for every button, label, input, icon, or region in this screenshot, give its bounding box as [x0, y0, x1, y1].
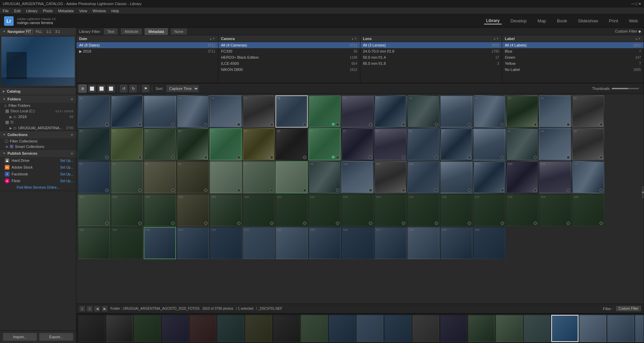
- label-blue-item[interactable]: Blue 7: [502, 48, 644, 54]
- menu-library[interactable]: Library: [26, 9, 38, 13]
- custom-filter-badge[interactable]: Custom Filter: [616, 306, 641, 311]
- catalog-header[interactable]: ▶ Catalog: [0, 88, 76, 95]
- photo-77[interactable]: 77: [440, 95, 472, 128]
- filter-tab-text[interactable]: Text: [104, 28, 118, 35]
- photo-72[interactable]: 72: [275, 95, 308, 128]
- filter-tab-metadata[interactable]: Metadata: [145, 28, 168, 35]
- filmstrip-thumb-20[interactable]: [607, 315, 634, 342]
- nav-develop[interactable]: Develop: [508, 18, 529, 24]
- publish-add-btn[interactable]: +: [71, 151, 73, 156]
- photo-r2-14[interactable]: 92: [506, 128, 538, 160]
- date-sort-arrows[interactable]: ▲▼: [209, 37, 215, 40]
- smart-collections-item[interactable]: ▶ Smart Collections: [0, 144, 76, 149]
- lens-50-item[interactable]: 50.0 mm f/1.4 17: [360, 54, 502, 60]
- photo-81[interactable]: 81: [572, 95, 604, 128]
- export-button[interactable]: Export...: [39, 333, 73, 341]
- camera-nikon-item[interactable]: NIKON D800 1810: [218, 66, 360, 73]
- filmstrip-thumb-17[interactable]: [523, 315, 551, 342]
- photo-r5-8[interactable]: 125: [308, 227, 341, 259]
- menu-photo[interactable]: Photo: [43, 9, 53, 13]
- photo-r2-3[interactable]: 81: [144, 128, 176, 160]
- filmstrip[interactable]: [76, 313, 644, 343]
- label-green-item[interactable]: Green 147: [502, 54, 644, 60]
- nav-print[interactable]: Print: [607, 18, 620, 24]
- filter-collections-item[interactable]: Filter Collections: [0, 138, 76, 144]
- right-panel-collapse-btn[interactable]: ◀: [641, 186, 644, 199]
- photo-r2-6[interactable]: 84: [243, 128, 275, 160]
- nav-book[interactable]: Book: [555, 18, 569, 24]
- photo-r5-12[interactable]: 129: [440, 227, 472, 259]
- filmstrip-thumb-13[interactable]: [412, 315, 439, 342]
- disco-local-item[interactable]: Disco Local (C:) 43.8 / 256GB: [0, 108, 76, 114]
- sort-select[interactable]: Capture Time File Name Rating: [166, 85, 199, 92]
- menu-help[interactable]: Help: [111, 9, 119, 13]
- hard-drive-publish[interactable]: 💾 Hard Drive Set Up...: [0, 157, 76, 164]
- photo-r4-6[interactable]: 110: [243, 194, 275, 226]
- filmstrip-thumb-10[interactable]: [328, 315, 356, 342]
- photo-r4-4[interactable]: 108: [177, 194, 209, 226]
- filmstrip-thumb-19[interactable]: [579, 315, 606, 342]
- photo-r2-7[interactable]: 85: [275, 128, 308, 160]
- photo-74[interactable]: 74: [341, 95, 374, 128]
- label-yellow-item[interactable]: Yellow 7: [502, 60, 644, 66]
- photo-r4-14[interactable]: 118: [506, 194, 538, 226]
- photo-r4-11[interactable]: 115: [407, 194, 440, 226]
- photo-r5-9[interactable]: 126: [341, 227, 374, 259]
- filmstrip-thumb-8[interactable]: [273, 315, 300, 342]
- photo-71[interactable]: 71: [243, 95, 275, 128]
- import-button[interactable]: Import...: [3, 333, 37, 341]
- date-all-item[interactable]: All (8 Dates) 3711: [76, 42, 218, 48]
- rotate-ccw-btn[interactable]: ↺: [120, 84, 128, 93]
- menu-edit[interactable]: Edit: [14, 9, 21, 13]
- collections-add-btn[interactable]: +: [71, 132, 73, 137]
- survey-view-btn[interactable]: ⬜: [107, 84, 115, 93]
- photo-r2-1[interactable]: 79: [78, 128, 110, 160]
- photo-r2-10[interactable]: 88: [374, 128, 407, 160]
- photo-r3-16[interactable]: 107: [572, 161, 604, 193]
- grid-container[interactable]: 66 67 68 69 70 71 72 73 74 75 76 77: [76, 94, 644, 304]
- photo-r3-5[interactable]: 96: [210, 161, 242, 193]
- photo-r5-5[interactable]: 122: [210, 227, 242, 259]
- photo-r4-5[interactable]: 109: [210, 194, 242, 226]
- facebook-publish[interactable]: f Facebook Set Up...: [0, 171, 76, 177]
- photo-r3-10[interactable]: 101: [374, 161, 407, 193]
- camera-sort-arrows[interactable]: ▲▼: [351, 37, 357, 40]
- filmstrip-thumb-7[interactable]: [245, 315, 272, 342]
- photo-r5-11[interactable]: 128: [407, 227, 440, 259]
- photo-r4-13[interactable]: 117: [473, 194, 505, 226]
- filmstrip-thumb-9[interactable]: [301, 315, 328, 342]
- photo-r3-4[interactable]: 95: [177, 161, 209, 193]
- custom-filter-label[interactable]: Custom Filter ◆: [615, 29, 641, 34]
- folders-header[interactable]: ▼ Folders +: [0, 95, 76, 103]
- photo-68[interactable]: 68: [144, 95, 176, 128]
- photo-75[interactable]: 75: [374, 95, 407, 128]
- photo-r5-4[interactable]: 121: [177, 227, 209, 259]
- photo-r4-3[interactable]: 107: [144, 194, 176, 226]
- camera-ilce-item[interactable]: ILCE-6500 664: [218, 60, 360, 66]
- collections-header[interactable]: ▼ Collections +: [0, 131, 76, 138]
- photo-69[interactable]: 69: [177, 95, 209, 128]
- photo-r4-16[interactable]: 120: [572, 194, 604, 226]
- zoom-fill[interactable]: FILL: [35, 30, 43, 34]
- nav-page-2[interactable]: 2: [87, 306, 93, 312]
- photo-80[interactable]: 80: [539, 95, 571, 128]
- filmstrip-thumb-14[interactable]: [440, 315, 467, 342]
- photo-r5-1[interactable]: 118: [78, 227, 110, 259]
- photo-r3-11[interactable]: 102: [407, 161, 440, 193]
- nav-prev[interactable]: ◀: [94, 306, 100, 312]
- date-2018-item[interactable]: ▶ 2018 3711: [76, 48, 218, 54]
- photo-r4-12[interactable]: 116: [440, 194, 472, 226]
- photo-r3-13[interactable]: 104: [473, 161, 505, 193]
- camera-fc330-item[interactable]: FC330 39: [218, 48, 360, 54]
- photo-r2-13[interactable]: 91: [473, 128, 505, 160]
- lens-2470-item[interactable]: 24.0-70.0 mm f/2.8 1790: [360, 48, 502, 54]
- menu-window[interactable]: Window: [93, 9, 106, 13]
- menu-metadata[interactable]: Metadata: [58, 9, 74, 13]
- photo-r3-9[interactable]: 100: [341, 161, 374, 193]
- folder-2018[interactable]: ▶ 🗀 2018 84: [0, 114, 76, 119]
- photo-r2-9[interactable]: 87: [341, 128, 374, 160]
- flickr-setup[interactable]: Set Up...: [60, 179, 73, 183]
- filmstrip-thumb-selected[interactable]: [551, 315, 578, 342]
- photo-73[interactable]: 73: [308, 95, 341, 128]
- photo-r5-2[interactable]: 119: [111, 227, 143, 259]
